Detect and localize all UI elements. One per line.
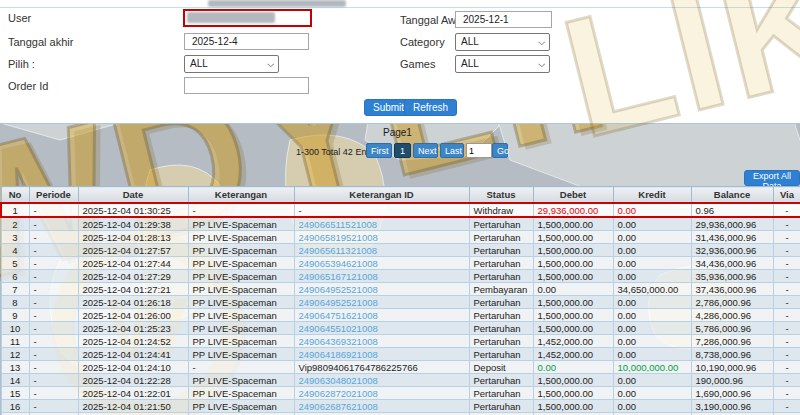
cell-keterangan-id: 249064369321008 bbox=[294, 335, 469, 348]
table-row: 11-2025-12-04 01:24:52PP LIVE-Spaceman24… bbox=[1, 335, 800, 348]
cell-status: Withdraw bbox=[469, 203, 533, 217]
column-header-date: Date bbox=[78, 187, 188, 204]
order-id-input[interactable] bbox=[184, 77, 309, 94]
cell-status: Pertaruhan bbox=[469, 335, 533, 348]
cell-balance: 7,286,000.96 bbox=[691, 335, 773, 348]
cell-balance: 37,436,000.96 bbox=[691, 283, 773, 296]
keterangan-id-link[interactable]: 249065819521008 bbox=[299, 232, 378, 243]
tanggal-akhir-input[interactable]: 2025-12-4 bbox=[184, 33, 309, 50]
panel-top-border bbox=[0, 7, 800, 8]
cell-keterangan-id: 249065819521008 bbox=[294, 231, 469, 244]
cell-date: 2025-12-04 01:28:13 bbox=[78, 231, 188, 244]
cell-balance: 190,000.96 bbox=[691, 374, 773, 387]
cell-status: Pertaruhan bbox=[469, 270, 533, 283]
cell-periode: - bbox=[29, 270, 78, 283]
keterangan-id-link[interactable]: 249064186921008 bbox=[299, 349, 378, 360]
cell-keterangan: PP LIVE-Spaceman bbox=[188, 244, 294, 257]
category-select[interactable]: ALL ⌵ bbox=[455, 33, 550, 51]
cell-date: 2025-12-04 01:27:29 bbox=[78, 270, 188, 283]
column-header-via: Via bbox=[773, 187, 800, 204]
cell-keterangan: PP LIVE-Spaceman bbox=[188, 348, 294, 361]
first-page-button[interactable]: First bbox=[366, 143, 392, 158]
cell-periode: - bbox=[29, 244, 78, 257]
cell-via: - bbox=[773, 203, 800, 217]
goto-page-input[interactable] bbox=[466, 143, 492, 158]
cell-via: - bbox=[773, 217, 800, 231]
next-page-button[interactable]: Next bbox=[413, 143, 438, 158]
keterangan-id-link[interactable]: 249064952521008 bbox=[299, 297, 378, 308]
cell-keterangan: PP LIVE-Spaceman bbox=[188, 374, 294, 387]
cell-no: 10 bbox=[1, 322, 29, 335]
cell-date: 2025-12-04 01:22:28 bbox=[78, 374, 188, 387]
refresh-button[interactable]: Refresh bbox=[404, 99, 457, 116]
export-all-data-button[interactable]: Export All Data bbox=[744, 170, 800, 186]
cell-periode: - bbox=[29, 217, 78, 231]
cell-status: Pertaruhan bbox=[469, 309, 533, 322]
cell-balance: 4,286,000.96 bbox=[691, 309, 773, 322]
keterangan-id-link[interactable]: 249065394621008 bbox=[299, 258, 378, 269]
transaction-report-screen: WDYLIK W LIK User Tanggal akhir 2025-12-… bbox=[0, 0, 800, 415]
cell-no: 15 bbox=[1, 387, 29, 400]
cell-no: 13 bbox=[1, 361, 29, 374]
cell-keterangan: PP LIVE-Spaceman bbox=[188, 387, 294, 400]
cell-balance: 1,690,000.96 bbox=[691, 387, 773, 400]
cell-periode: - bbox=[29, 322, 78, 335]
cell-status: Pertaruhan bbox=[469, 257, 533, 270]
user-input[interactable] bbox=[183, 9, 312, 27]
games-select[interactable]: ALL ⌵ bbox=[455, 55, 550, 73]
cell-keterangan: PP LIVE-Spaceman bbox=[188, 296, 294, 309]
keterangan-id-link[interactable]: 249065611321008 bbox=[299, 245, 378, 256]
cell-debet: 1,452,000.00 bbox=[533, 348, 613, 361]
cell-status: Pertaruhan bbox=[469, 348, 533, 361]
cell-periode: - bbox=[29, 387, 78, 400]
keterangan-id-link[interactable]: 249064551021008 bbox=[299, 323, 378, 334]
cell-keterangan-id: 249064751621008 bbox=[294, 309, 469, 322]
table-row: 16-2025-12-04 01:21:50PP LIVE-Spaceman24… bbox=[1, 400, 800, 413]
cell-no: 6 bbox=[1, 270, 29, 283]
cell-status: Pembayaran bbox=[469, 283, 533, 296]
table-row: 8-2025-12-04 01:26:18PP LIVE-Spaceman249… bbox=[1, 296, 800, 309]
cell-balance: 32,936,000.96 bbox=[691, 244, 773, 257]
tanggal-awal-input[interactable]: 2025-12-1 bbox=[455, 11, 552, 28]
cell-balance: 3,190,000.96 bbox=[691, 400, 773, 413]
chevron-down-icon: ⌵ bbox=[538, 34, 545, 50]
table-row: 3-2025-12-04 01:28:13PP LIVE-Spaceman249… bbox=[1, 231, 800, 244]
cell-keterangan: PP LIVE-Spaceman bbox=[188, 270, 294, 283]
games-selected-value: ALL bbox=[461, 58, 479, 69]
cell-via: - bbox=[773, 374, 800, 387]
cell-date: 2025-12-04 01:27:44 bbox=[78, 257, 188, 270]
keterangan-id-link[interactable]: 249062872021008 bbox=[299, 388, 378, 399]
keterangan-id-link[interactable]: 249064952521008 bbox=[299, 284, 378, 295]
keterangan-id-link[interactable]: 249062687621008 bbox=[299, 401, 378, 412]
cell-balance: 2,786,000.96 bbox=[691, 296, 773, 309]
cell-debet: 1,500,000.00 bbox=[533, 231, 613, 244]
cell-via: - bbox=[773, 244, 800, 257]
cell-kredit: 0.00 bbox=[613, 387, 691, 400]
cell-via: - bbox=[773, 400, 800, 413]
cell-kredit: 0.00 bbox=[613, 335, 691, 348]
keterangan-id-link[interactable]: 249065167121008 bbox=[299, 271, 378, 282]
cell-keterangan-id: 249066511521008 bbox=[294, 217, 469, 231]
cell-kredit: 0.00 bbox=[613, 270, 691, 283]
cell-via: - bbox=[773, 309, 800, 322]
current-page-button[interactable]: 1 bbox=[394, 143, 411, 158]
cell-periode: - bbox=[29, 361, 78, 374]
cell-debet: 1,500,000.00 bbox=[533, 374, 613, 387]
cell-date: 2025-12-04 01:30:25 bbox=[78, 203, 188, 217]
cell-kredit: 0.00 bbox=[613, 296, 691, 309]
keterangan-id-link[interactable]: 249066511521008 bbox=[299, 219, 378, 230]
keterangan-id-link[interactable]: 249064369321008 bbox=[299, 336, 378, 347]
cell-no: 7 bbox=[1, 283, 29, 296]
cell-debet: 1,500,000.00 bbox=[533, 270, 613, 283]
cell-status: Pertaruhan bbox=[469, 296, 533, 309]
column-header-no: No bbox=[1, 187, 29, 204]
cell-kredit: 0.00 bbox=[613, 400, 691, 413]
last-page-button[interactable]: Last bbox=[440, 143, 464, 158]
go-button[interactable]: Go bbox=[492, 143, 508, 158]
keterangan-id-link[interactable]: 249064751621008 bbox=[299, 310, 378, 321]
cell-keterangan-id: 249065611321008 bbox=[294, 244, 469, 257]
keterangan-id-link[interactable]: 249063048021008 bbox=[299, 375, 378, 386]
cell-date: 2025-12-04 01:27:57 bbox=[78, 244, 188, 257]
cell-keterangan-id: 249064551021008 bbox=[294, 322, 469, 335]
pilih-select[interactable]: ALL ⌵ bbox=[184, 55, 279, 73]
